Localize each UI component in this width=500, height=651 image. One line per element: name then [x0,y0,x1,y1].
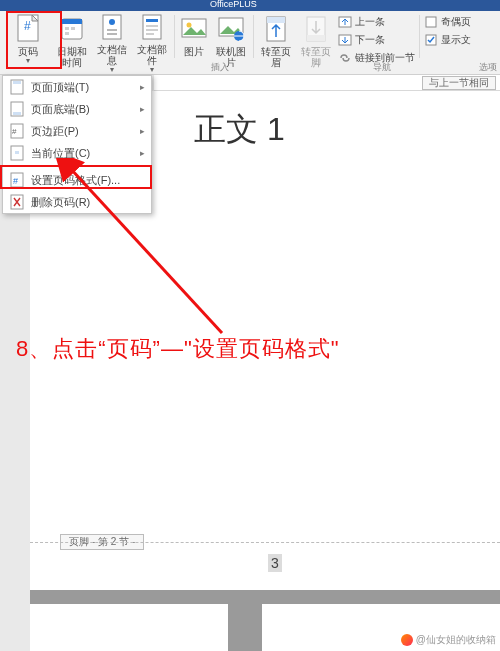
checkbox-checked-icon [424,33,438,47]
svg-rect-6 [65,32,69,35]
svg-rect-23 [307,35,325,41]
picture-icon [181,13,207,45]
svg-point-17 [187,23,192,28]
svg-rect-12 [146,19,158,22]
show-doc-check[interactable]: 显示文 [424,32,471,48]
menu-page-margin[interactable]: # 页边距(P) ▸ [3,120,151,142]
weibo-watermark-text: @仙女姐的收纳箱 [416,633,496,647]
svg-text:#: # [12,127,17,136]
submenu-arrow-icon: ▸ [140,82,145,92]
doc-info-icon [99,13,125,43]
title-bar: OfficePLUS [0,0,500,11]
menu-page-margin-label: 页边距(P) [31,124,79,139]
ribbon-group-labels: 插入 导航 选项 [0,61,500,73]
checkbox-icon [424,15,438,29]
menu-page-bottom-label: 页面底端(B) [31,102,90,117]
menu-current-pos-label: 当前位置(C) [31,146,90,161]
svg-rect-10 [107,33,117,35]
svg-text:#: # [13,176,18,186]
page-gap [30,590,500,604]
diff-odd-even-check[interactable]: 奇偶页 [424,14,471,30]
online-picture-icon [218,13,244,45]
svg-rect-3 [62,19,82,24]
menu-current-pos[interactable]: 当前位置(C) ▸ [3,142,151,164]
svg-rect-26 [426,17,436,27]
svg-rect-21 [267,17,285,23]
prev-section-button[interactable]: 上一条 [338,14,415,30]
page-top-icon [9,79,25,95]
picture-label: 图片 [184,46,204,57]
menu-remove-page-number-label: 删除页码(R) [31,195,90,210]
document-header-text: 正文 1 [194,108,285,152]
svg-rect-13 [146,25,158,27]
submenu-arrow-icon: ▸ [140,148,145,158]
page-number-icon: # [15,13,41,45]
doc-parts-icon [139,13,165,43]
prev-section-icon [338,15,352,29]
footer-page-number[interactable]: 3 [268,554,282,572]
app-root: { "titlebar": { "product": "OfficePLUS" … [0,0,500,651]
svg-rect-29 [13,81,21,84]
page-number-dropdown: 页面顶端(T) ▸ 页面底端(B) ▸ # 页边距(P) ▸ 当前位置(C) ▸… [2,75,152,214]
page-margin-icon: # [9,123,25,139]
svg-rect-7 [103,15,121,39]
group-label-select: 选项 [476,61,500,74]
footer-boundary-line [30,542,500,543]
weibo-logo-icon [401,634,413,646]
svg-text:#: # [24,19,31,33]
menu-remove-page-number[interactable]: 删除页码(R) [3,191,151,213]
menu-page-bottom[interactable]: 页面底端(B) ▸ [3,98,151,120]
menu-format-page-number-label: 设置页码格式(F)... [31,173,120,188]
page-bottom-icon [9,101,25,117]
submenu-arrow-icon: ▸ [140,126,145,136]
menu-page-top-label: 页面顶端(T) [31,80,89,95]
svg-point-8 [109,19,115,25]
svg-rect-35 [15,151,19,154]
next-section-label: 下一条 [355,33,385,47]
next-section-icon [338,33,352,47]
remove-page-number-icon [9,194,25,210]
menu-format-page-number[interactable]: # 设置页码格式(F)... [3,169,151,191]
group-label-nav: 导航 [362,61,402,74]
ribbon: # 页码 ▾ 日期和时间 文档信息 ▾ 文档部件 ▾ [0,11,500,75]
title-bar-product: OfficePLUS [210,0,257,9]
format-page-number-icon: # [9,172,25,188]
svg-rect-15 [146,33,154,35]
svg-rect-9 [107,29,117,31]
svg-rect-4 [65,27,69,30]
menu-page-top[interactable]: 页面顶端(T) ▸ [3,76,151,98]
weibo-watermark: @仙女姐的收纳箱 [401,633,496,647]
svg-rect-5 [71,27,75,30]
svg-rect-31 [13,112,21,115]
svg-rect-14 [146,29,158,31]
goto-footer-icon [303,13,329,45]
annotation-instruction: 8、点击“页码”—"设置页码格式" [16,334,494,364]
current-pos-icon [9,145,25,161]
show-doc-label: 显示文 [441,33,471,47]
diff-odd-even-label: 奇偶页 [441,15,471,29]
same-as-prev-tag: 与上一节相同 [422,76,496,90]
prev-section-label: 上一条 [355,15,385,29]
next-page-center-gap [228,604,262,651]
group-label-insert: 插入 [200,61,240,74]
goto-header-icon [263,13,289,45]
next-section-button[interactable]: 下一条 [338,32,415,48]
submenu-arrow-icon: ▸ [140,104,145,114]
date-time-icon [59,13,85,45]
